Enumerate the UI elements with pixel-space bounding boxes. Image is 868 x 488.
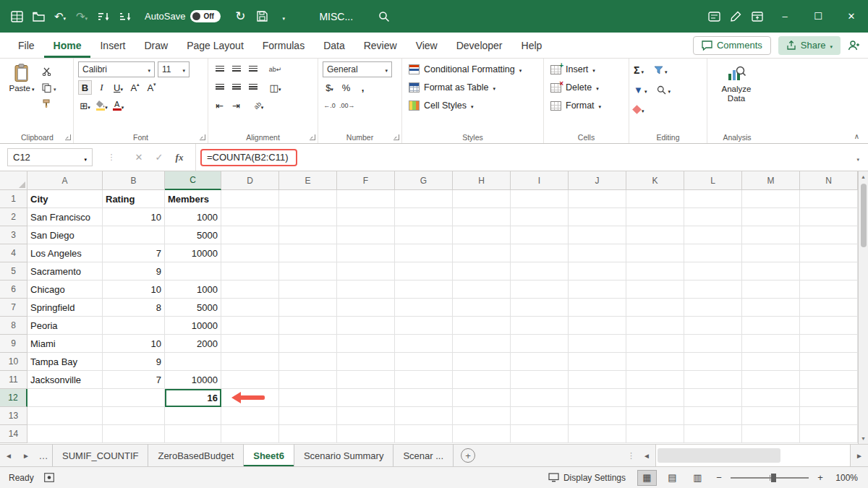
cell-G6[interactable]	[395, 281, 453, 299]
cell-K14[interactable]	[626, 425, 684, 443]
row-header-5[interactable]: 5	[0, 262, 27, 281]
cell-D4[interactable]	[221, 244, 279, 262]
sheet-tab-scenario-summary[interactable]: Scenario Summary	[294, 445, 394, 466]
cell-H13[interactable]	[453, 407, 511, 425]
insert-function-icon[interactable]: fx	[171, 149, 188, 166]
cell-M13[interactable]	[742, 407, 800, 425]
borders-chevron-icon[interactable]	[88, 100, 90, 111]
cell-F1[interactable]	[337, 190, 395, 208]
refresh-icon[interactable]: ↻	[229, 0, 251, 33]
cell-C2[interactable]: 1000	[165, 208, 221, 226]
cell-C3[interactable]: 5000	[165, 226, 221, 244]
find-select-button[interactable]	[657, 84, 671, 95]
close-button[interactable]: ✕	[835, 0, 868, 33]
cell-D3[interactable]	[221, 226, 279, 244]
cell-L5[interactable]	[684, 262, 742, 281]
column-header-N[interactable]: N	[800, 171, 858, 190]
cell-G8[interactable]	[395, 317, 453, 335]
cell-E5[interactable]	[279, 262, 337, 281]
cell-I8[interactable]	[511, 317, 569, 335]
cell-N11[interactable]	[800, 371, 858, 389]
cell-F5[interactable]	[337, 262, 395, 281]
decrease-indent-icon[interactable]: ⇤	[213, 98, 226, 113]
cell-C4[interactable]: 10000	[165, 244, 221, 262]
cell-C6[interactable]: 1000	[165, 281, 221, 299]
cell-J5[interactable]	[569, 262, 626, 281]
cell-I12[interactable]	[511, 389, 569, 407]
column-header-I[interactable]: I	[511, 171, 569, 190]
tab-file[interactable]: File	[9, 33, 44, 58]
cell-I3[interactable]	[511, 226, 569, 244]
cell-E13[interactable]	[279, 407, 337, 425]
sheet-view-icon[interactable]	[703, 0, 725, 33]
cell-N3[interactable]	[800, 226, 858, 244]
cell-C12[interactable]: 16	[165, 389, 221, 407]
cell-K12[interactable]	[626, 389, 684, 407]
cell-styles-button[interactable]: Cell Styles	[407, 98, 539, 114]
cell-H12[interactable]	[453, 389, 511, 407]
cell-F13[interactable]	[337, 407, 395, 425]
cell-A7[interactable]: Springfield	[27, 299, 103, 317]
cell-J12[interactable]	[569, 389, 626, 407]
autosave-toggle[interactable]: Off	[190, 10, 221, 22]
cell-E9[interactable]	[279, 335, 337, 353]
cell-I7[interactable]	[511, 299, 569, 317]
orientation-icon[interactable]: ab	[252, 98, 265, 113]
cell-C1[interactable]: Members	[165, 190, 221, 208]
sheet-tab-scenar[interactable]: Scenar ...	[393, 445, 454, 466]
sheet-tab-zerobasedbudget[interactable]: ZeroBasedBudget	[148, 445, 244, 466]
inking-icon[interactable]	[725, 0, 746, 33]
clear-button[interactable]	[634, 103, 644, 115]
cell-H7[interactable]	[453, 299, 511, 317]
find-chevron-icon[interactable]	[668, 84, 671, 95]
cell-K2[interactable]	[626, 208, 684, 226]
cell-M2[interactable]	[742, 208, 800, 226]
column-header-F[interactable]: F	[337, 171, 395, 190]
cell-E4[interactable]	[279, 244, 337, 262]
cell-E1[interactable]	[279, 190, 337, 208]
collapse-ribbon-icon[interactable]: ∧	[854, 132, 859, 140]
cell-G7[interactable]	[395, 299, 453, 317]
align-bottom-icon[interactable]	[246, 62, 260, 77]
cell-I6[interactable]	[511, 281, 569, 299]
page-break-view-icon[interactable]: ▥	[688, 470, 707, 486]
page-layout-view-icon[interactable]: ▤	[663, 470, 682, 486]
cell-D1[interactable]	[221, 190, 279, 208]
tab-data[interactable]: Data	[314, 33, 354, 58]
font-size-chevron-icon[interactable]	[182, 64, 185, 74]
ribbon-display-options-icon[interactable]	[746, 0, 768, 33]
cell-L1[interactable]	[684, 190, 742, 208]
font-color-chevron-icon[interactable]	[122, 100, 124, 111]
cell-A4[interactable]: Los Angeles	[27, 244, 103, 262]
cell-D6[interactable]	[221, 281, 279, 299]
font-color-icon[interactable]: A	[111, 98, 125, 113]
number-dialog-launcher-icon[interactable]	[393, 134, 399, 140]
italic-button[interactable]: I	[95, 80, 109, 95]
cell-N13[interactable]	[800, 407, 858, 425]
cell-L2[interactable]	[684, 208, 742, 226]
minimize-button[interactable]: –	[768, 0, 801, 33]
fill-color-icon[interactable]	[95, 98, 109, 113]
cell-F10[interactable]	[337, 353, 395, 371]
cell-E10[interactable]	[279, 353, 337, 371]
merge-chevron-icon[interactable]	[278, 82, 281, 93]
cell-H5[interactable]	[453, 262, 511, 281]
tab-view[interactable]: View	[407, 33, 447, 58]
cell-A8[interactable]: Peoria	[27, 317, 103, 335]
cell-D14[interactable]	[221, 425, 279, 443]
row-header-11[interactable]: 11	[0, 371, 27, 389]
maximize-button[interactable]: ☐	[801, 0, 835, 33]
cell-I14[interactable]	[511, 425, 569, 443]
cell-L4[interactable]	[684, 244, 742, 262]
fill-button[interactable]: ▼	[634, 84, 647, 95]
cell-F14[interactable]	[337, 425, 395, 443]
tab-formulas[interactable]: Formulas	[253, 33, 314, 58]
format-as-table-chevron-icon[interactable]	[493, 82, 495, 93]
cell-M8[interactable]	[742, 317, 800, 335]
cell-B13[interactable]	[103, 407, 165, 425]
horizontal-scrollbar[interactable]	[655, 445, 851, 466]
cell-C8[interactable]: 10000	[165, 317, 221, 335]
share-chevron-icon[interactable]	[830, 40, 833, 51]
conditional-formatting-chevron-icon[interactable]	[519, 64, 522, 74]
horizontal-scroll-thumb[interactable]	[658, 448, 780, 463]
